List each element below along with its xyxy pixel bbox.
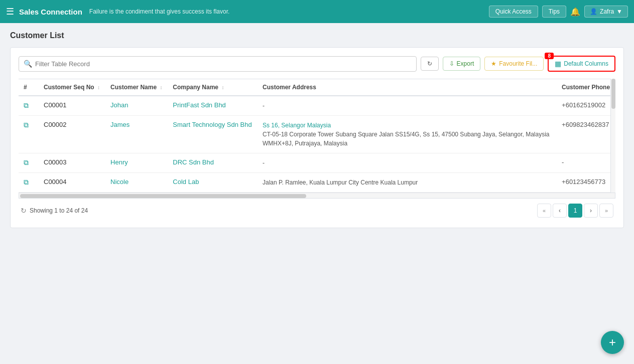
top-nav: ☰ Sales Connection Failure is the condim… [0, 0, 634, 23]
row-link-icon[interactable]: ⧉ [19, 173, 39, 193]
company-name[interactable]: Cold Lab [168, 173, 258, 193]
customer-table: # Customer Seq No ↕ Customer Name ↕ Comp… [19, 79, 615, 193]
badge-count: 8 [545, 53, 554, 59]
company-name[interactable]: Smart Technology Sdn Bhd [168, 116, 258, 153]
sort-icon-seq: ↕ [97, 85, 100, 90]
page-title: Customer List [10, 31, 624, 40]
customer-name[interactable]: Johan [105, 96, 168, 116]
default-columns-label: Default Columns [564, 60, 608, 67]
favourite-label: Favourite Fil... [499, 60, 537, 67]
search-icon: 🔍 [24, 60, 32, 68]
bell-icon[interactable]: 🔔 [570, 7, 580, 17]
page-content: Customer List 🔍 ↻ ⇩ Export ★ Favourite F… [0, 23, 634, 236]
tagline: Failure is the condiment that gives succ… [89, 8, 489, 15]
customer-name[interactable]: Henry [105, 153, 168, 173]
favourite-filter-button[interactable]: ★ Favourite Fil... [484, 57, 544, 71]
sort-icon-company: ↕ [221, 85, 224, 90]
vscroll-thumb [611, 79, 615, 109]
customer-seq-no: C00001 [39, 96, 105, 116]
company-name[interactable]: DRC Sdn Bhd [168, 153, 258, 173]
table-row: ⧉C00003HenryDRC Sdn Bhd-- [19, 153, 615, 173]
quick-access-button[interactable]: Quick Access [489, 6, 538, 18]
company-name[interactable]: PrintFast Sdn Bhd [168, 96, 258, 116]
row-link-icon[interactable]: ⧉ [19, 153, 39, 173]
col-header-address: Customer Address [258, 79, 557, 96]
row-link-icon[interactable]: ⧉ [19, 96, 39, 116]
col-header-hash: # [19, 79, 39, 96]
user-avatar-icon: 👤 [590, 8, 597, 15]
customer-seq-no: C00003 [39, 153, 105, 173]
columns-icon: ▦ [555, 60, 561, 68]
customer-name[interactable]: James [105, 116, 168, 153]
toolbar: 🔍 ↻ ⇩ Export ★ Favourite Fil... 8 ▦ Defa… [19, 56, 615, 72]
customer-name[interactable]: Nicole [105, 173, 168, 193]
hscroll-thumb [20, 194, 306, 198]
customer-phone: - [557, 153, 615, 173]
pagination-left: ↻ Showing 1 to 24 of 24 [21, 207, 88, 215]
chevron-down-icon: ▼ [616, 8, 622, 15]
table-container: # Customer Seq No ↕ Customer Name ↕ Comp… [19, 79, 615, 193]
col-header-phone: Customer Phone [557, 79, 615, 96]
sort-icon-name: ↕ [160, 85, 162, 90]
table-row: ⧉C00004NicoleCold LabJalan P. Ramlee, Ku… [19, 173, 615, 193]
refresh-button[interactable]: ↻ [421, 57, 439, 71]
horizontal-scrollbar[interactable] [19, 193, 615, 199]
customer-address: - [258, 153, 557, 173]
vertical-scrollbar[interactable] [610, 79, 615, 193]
export-icon: ⇩ [449, 60, 454, 67]
last-page-button[interactable]: » [599, 204, 613, 218]
pagination-showing: Showing 1 to 24 of 24 [30, 207, 88, 214]
customer-phone: +60162519002 [557, 96, 615, 116]
customer-phone: +60123456773 [557, 173, 615, 193]
refresh-icon: ↻ [427, 60, 432, 67]
external-link-icon[interactable]: ⧉ [24, 178, 29, 186]
row-link-icon[interactable]: ⧉ [19, 116, 39, 153]
customer-phone: +609823462837 [557, 116, 615, 153]
tips-button[interactable]: Tips [542, 6, 566, 18]
topnav-right: Quick Access Tips 🔔 👤 Zafra ▼ [489, 6, 628, 18]
table-wrap: # Customer Seq No ↕ Customer Name ↕ Comp… [19, 79, 615, 193]
external-link-icon[interactable]: ⧉ [24, 158, 29, 166]
current-page-button[interactable]: 1 [568, 204, 582, 218]
external-link-icon[interactable]: ⧉ [24, 121, 29, 129]
pagination-bar: ↻ Showing 1 to 24 of 24 « ‹ 1 › » [19, 199, 615, 220]
prev-page-button[interactable]: ‹ [553, 204, 567, 218]
col-header-company[interactable]: Company Name ↕ [168, 79, 258, 96]
pagination-refresh-icon[interactable]: ↻ [21, 207, 27, 215]
table-row: ⧉C00001JohanPrintFast Sdn Bhd-+601625190… [19, 96, 615, 116]
table-header-row: # Customer Seq No ↕ Customer Name ↕ Comp… [19, 79, 615, 96]
col-header-name[interactable]: Customer Name ↕ [105, 79, 168, 96]
default-columns-button[interactable]: 8 ▦ Default Columns [548, 56, 615, 72]
customer-address: Jalan P. Ramlee, Kuala Lumpur City Centr… [258, 173, 557, 193]
pagination-right: « ‹ 1 › » [537, 204, 613, 218]
brand-name: Sales Connection [19, 8, 82, 16]
col-header-seq[interactable]: Customer Seq No ↕ [39, 79, 105, 96]
first-page-button[interactable]: « [537, 204, 551, 218]
next-page-button[interactable]: › [584, 204, 598, 218]
customer-address: - [258, 96, 557, 116]
search-input[interactable] [19, 56, 417, 72]
main-card: 🔍 ↻ ⇩ Export ★ Favourite Fil... 8 ▦ Defa… [10, 47, 624, 228]
search-wrap: 🔍 [19, 56, 417, 72]
table-row: ⧉C00002JamesSmart Technology Sdn BhdSs 1… [19, 116, 615, 153]
export-label: Export [457, 60, 474, 67]
star-icon: ★ [491, 60, 496, 67]
customer-address: Ss 16, Selangor MalaysiaCT-05-18 Corpora… [258, 116, 557, 153]
menu-icon[interactable]: ☰ [6, 6, 14, 17]
export-button[interactable]: ⇩ Export [443, 57, 481, 71]
user-menu[interactable]: 👤 Zafra ▼ [584, 6, 628, 18]
customer-seq-no: C00002 [39, 116, 105, 153]
user-name: Zafra [600, 8, 614, 15]
customer-seq-no: C00004 [39, 173, 105, 193]
external-link-icon[interactable]: ⧉ [24, 101, 29, 109]
